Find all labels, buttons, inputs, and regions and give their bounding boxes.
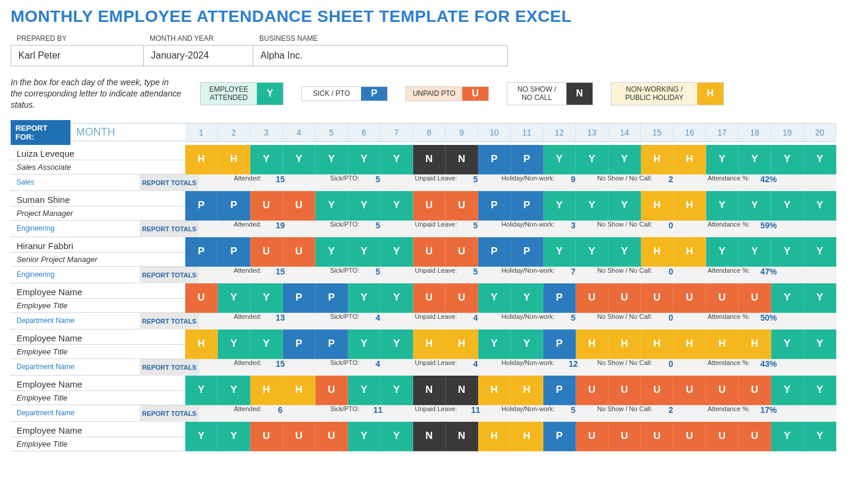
attendance-cell[interactable]: Y [804,376,836,405]
attendance-cell[interactable]: U [641,283,674,313]
attendance-cell[interactable]: H [511,376,543,405]
attendance-cell[interactable]: Y [348,191,381,221]
attendance-cell[interactable]: H [478,376,511,405]
attendance-cell[interactable]: Y [706,237,739,267]
attendance-cell[interactable]: Y [250,145,283,175]
attendance-cell[interactable]: U [283,191,315,221]
attendance-cell[interactable]: P [185,191,218,221]
attendance-cell[interactable]: Y [706,145,739,175]
attendance-cell[interactable]: U [706,422,739,451]
employee-name[interactable]: Employee Name [11,422,185,437]
attendance-cell[interactable]: Y [804,283,836,313]
employee-department[interactable]: Department Name [11,359,140,376]
attendance-cell[interactable]: H [706,329,739,359]
attendance-cell[interactable]: Y [185,376,218,405]
employee-name[interactable]: Suman Shine [11,191,185,206]
attendance-cell[interactable]: Y [381,422,413,451]
attendance-cell[interactable]: U [608,422,641,451]
employee-title[interactable]: Employee Title [11,345,185,359]
attendance-cell[interactable]: Y [608,237,641,267]
attendance-cell[interactable]: H [185,145,218,175]
attendance-cell[interactable]: Y [348,329,381,359]
attendance-cell[interactable]: U [283,237,315,267]
attendance-cell[interactable]: H [641,329,674,359]
employee-department[interactable]: Sales [11,175,140,191]
attendance-cell[interactable]: H [641,145,674,175]
attendance-cell[interactable]: N [413,422,446,451]
attendance-cell[interactable]: Y [706,191,739,221]
attendance-cell[interactable]: Y [771,422,804,451]
attendance-cell[interactable]: U [250,422,283,451]
attendance-cell[interactable]: Y [381,283,413,313]
attendance-cell[interactable]: P [185,237,218,267]
attendance-cell[interactable]: Y [576,237,608,267]
attendance-cell[interactable]: U [446,237,478,267]
attendance-cell[interactable]: P [283,283,315,313]
attendance-cell[interactable]: U [250,237,283,267]
employee-name[interactable]: Employee Name [11,329,185,345]
attendance-cell[interactable]: U [413,237,446,267]
attendance-cell[interactable]: U [706,283,739,313]
attendance-cell[interactable]: H [250,376,283,405]
attendance-cell[interactable]: H [674,237,706,267]
employee-name[interactable]: Luiza Leveque [11,145,185,160]
attendance-cell[interactable]: U [446,283,478,313]
employee-name[interactable]: Hiranur Fabbri [11,237,185,253]
attendance-cell[interactable]: H [576,329,608,359]
attendance-cell[interactable]: Y [511,329,543,359]
attendance-cell[interactable]: H [674,329,706,359]
attendance-cell[interactable]: U [250,191,283,221]
attendance-cell[interactable]: Y [543,237,576,267]
employee-department[interactable]: Engineering [11,221,140,237]
attendance-cell[interactable]: P [543,376,576,405]
attendance-cell[interactable]: U [315,422,348,451]
attendance-cell[interactable]: P [315,329,348,359]
attendance-cell[interactable]: Y [348,376,381,405]
attendance-cell[interactable]: H [641,237,674,267]
employee-department[interactable]: Department Name [11,313,140,329]
attendance-cell[interactable]: H [511,422,543,451]
attendance-cell[interactable]: Y [739,145,771,175]
attendance-cell[interactable]: Y [771,376,804,405]
attendance-cell[interactable]: U [413,191,446,221]
prepared-by-value[interactable]: Karl Peter [11,45,144,66]
attendance-cell[interactable]: Y [576,145,608,175]
attendance-cell[interactable]: U [576,376,608,405]
employee-title[interactable]: Employee Title [11,391,185,405]
attendance-cell[interactable]: N [446,145,478,175]
attendance-cell[interactable]: Y [250,329,283,359]
attendance-cell[interactable]: Y [315,237,348,267]
attendance-cell[interactable]: U [674,283,706,313]
attendance-cell[interactable]: Y [381,145,413,175]
month-year-value[interactable]: January-2024 [144,45,253,66]
attendance-cell[interactable]: Y [804,237,836,267]
attendance-cell[interactable]: P [543,422,576,451]
employee-title[interactable]: Sales Associate [11,160,185,175]
attendance-cell[interactable]: Y [511,283,543,313]
attendance-cell[interactable]: U [706,376,739,405]
attendance-cell[interactable]: Y [348,145,381,175]
attendance-cell[interactable]: U [315,376,348,405]
attendance-cell[interactable]: P [478,237,511,267]
attendance-cell[interactable]: P [283,329,315,359]
attendance-cell[interactable]: U [446,191,478,221]
attendance-cell[interactable]: Y [478,329,511,359]
attendance-cell[interactable]: Y [283,145,315,175]
attendance-cell[interactable]: Y [608,191,641,221]
attendance-cell[interactable]: P [478,191,511,221]
attendance-cell[interactable]: Y [608,145,641,175]
attendance-cell[interactable]: Y [804,329,836,359]
attendance-cell[interactable]: H [218,145,250,175]
employee-department[interactable]: Engineering [11,267,140,283]
attendance-cell[interactable]: H [641,191,674,221]
attendance-cell[interactable]: H [674,145,706,175]
attendance-cell[interactable]: Y [771,237,804,267]
attendance-cell[interactable]: Y [771,283,804,313]
attendance-cell[interactable]: P [543,329,576,359]
attendance-cell[interactable]: Y [543,145,576,175]
attendance-cell[interactable]: Y [804,191,836,221]
attendance-cell[interactable]: U [413,283,446,313]
attendance-cell[interactable]: N [413,145,446,175]
attendance-cell[interactable]: U [674,376,706,405]
attendance-cell[interactable]: H [413,329,446,359]
